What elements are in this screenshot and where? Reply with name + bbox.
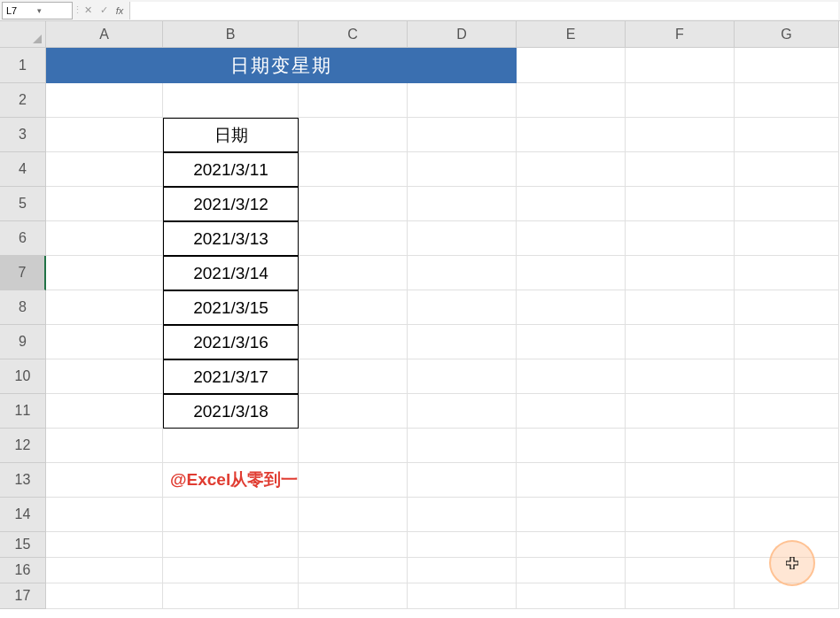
cell-G9[interactable] xyxy=(735,325,839,359)
cell-F14[interactable] xyxy=(626,498,735,532)
date-cell[interactable]: 2021/3/17 xyxy=(163,359,299,394)
cell-D6[interactable] xyxy=(408,221,517,256)
cell-A12[interactable] xyxy=(46,429,163,463)
row-header-16[interactable]: 16 xyxy=(0,558,46,583)
cell-D8[interactable] xyxy=(408,290,517,325)
date-cell[interactable]: 2021/3/14 xyxy=(163,256,299,290)
col-header-D[interactable]: D xyxy=(408,21,517,48)
cell-A2[interactable] xyxy=(46,83,163,118)
cell-A15[interactable] xyxy=(46,532,163,558)
cell-A17[interactable] xyxy=(46,583,163,609)
row-header-14[interactable]: 14 xyxy=(0,498,46,532)
cell-D13[interactable] xyxy=(408,463,517,498)
cell-E9[interactable] xyxy=(517,325,626,359)
cell-A4[interactable] xyxy=(46,152,163,187)
date-cell[interactable]: 2021/3/12 xyxy=(163,187,299,221)
date-cell[interactable]: 2021/3/15 xyxy=(163,290,299,325)
cell-D14[interactable] xyxy=(408,498,517,532)
row-header-4[interactable]: 4 xyxy=(0,152,46,187)
row-header-2[interactable]: 2 xyxy=(0,83,46,118)
cell-E5[interactable] xyxy=(517,187,626,221)
cell-G8[interactable] xyxy=(735,290,839,325)
cell-D4[interactable] xyxy=(408,152,517,187)
row-header-5[interactable]: 5 xyxy=(0,187,46,221)
row-header-11[interactable]: 11 xyxy=(0,394,46,429)
row-header-12[interactable]: 12 xyxy=(0,429,46,463)
cell-F15[interactable] xyxy=(626,532,735,558)
cell-D5[interactable] xyxy=(408,187,517,221)
cell-G5[interactable] xyxy=(735,187,839,221)
cell-A3[interactable] xyxy=(46,118,163,152)
cell-F6[interactable] xyxy=(626,221,735,256)
fx-icon[interactable]: fx xyxy=(112,3,128,19)
cell-B2[interactable] xyxy=(163,83,299,118)
cell-F2[interactable] xyxy=(626,83,735,118)
cell-E16[interactable] xyxy=(517,558,626,583)
cell-G11[interactable] xyxy=(735,394,839,429)
name-box[interactable]: L7 ▾ xyxy=(2,2,73,19)
cell-F7[interactable] xyxy=(626,256,735,290)
cell-D3[interactable] xyxy=(408,118,517,152)
row-header-3[interactable]: 3 xyxy=(0,118,46,152)
cell-F8[interactable] xyxy=(626,290,735,325)
cell-E3[interactable] xyxy=(517,118,626,152)
cell-C13[interactable] xyxy=(299,463,408,498)
cell-C16[interactable] xyxy=(299,558,408,583)
cell-C11[interactable] xyxy=(299,394,408,429)
cell-E8[interactable] xyxy=(517,290,626,325)
cell-G1[interactable] xyxy=(735,48,839,83)
cell-E14[interactable] xyxy=(517,498,626,532)
col-header-C[interactable]: C xyxy=(299,21,408,48)
cell-A7[interactable] xyxy=(46,256,163,290)
cell-D15[interactable] xyxy=(408,532,517,558)
cell-C14[interactable] xyxy=(299,498,408,532)
cell-F16[interactable] xyxy=(626,558,735,583)
date-cell[interactable]: 2021/3/16 xyxy=(163,325,299,359)
cell-A13[interactable] xyxy=(46,463,163,498)
cell-C8[interactable] xyxy=(299,290,408,325)
cell-E15[interactable] xyxy=(517,532,626,558)
col-header-E[interactable]: E xyxy=(517,21,626,48)
cell-F17[interactable] xyxy=(626,583,735,609)
row-header-17[interactable]: 17 xyxy=(0,583,46,609)
chevron-down-icon[interactable]: ▾ xyxy=(37,6,68,15)
cell-D11[interactable] xyxy=(408,394,517,429)
cell-C15[interactable] xyxy=(299,532,408,558)
cell-F3[interactable] xyxy=(626,118,735,152)
cell-D9[interactable] xyxy=(408,325,517,359)
title-cell[interactable]: 日期变星期 xyxy=(46,48,517,83)
date-cell[interactable]: 2021/3/11 xyxy=(163,152,299,187)
formula-input[interactable] xyxy=(129,2,838,19)
date-cell[interactable]: 2021/3/13 xyxy=(163,221,299,256)
row-header-6[interactable]: 6 xyxy=(0,221,46,256)
cell-C2[interactable] xyxy=(299,83,408,118)
cell-B16[interactable] xyxy=(163,558,299,583)
cell-F1[interactable] xyxy=(626,48,735,83)
cell-C3[interactable] xyxy=(299,118,408,152)
cell-C10[interactable] xyxy=(299,359,408,394)
cell-E17[interactable] xyxy=(517,583,626,609)
cell-E2[interactable] xyxy=(517,83,626,118)
cell-G14[interactable] xyxy=(735,498,839,532)
row-header-15[interactable]: 15 xyxy=(0,532,46,558)
cell-G17[interactable] xyxy=(735,583,839,609)
cell-C12[interactable] xyxy=(299,429,408,463)
cell-B17[interactable] xyxy=(163,583,299,609)
cell-C4[interactable] xyxy=(299,152,408,187)
cell-G4[interactable] xyxy=(735,152,839,187)
cell-E6[interactable] xyxy=(517,221,626,256)
row-header-10[interactable]: 10 xyxy=(0,359,46,394)
cell-C17[interactable] xyxy=(299,583,408,609)
cell-E12[interactable] xyxy=(517,429,626,463)
col-header-B[interactable]: B xyxy=(163,21,299,48)
cell-C5[interactable] xyxy=(299,187,408,221)
cell-A16[interactable] xyxy=(46,558,163,583)
cell-G3[interactable] xyxy=(735,118,839,152)
cell-A14[interactable] xyxy=(46,498,163,532)
cell-D2[interactable] xyxy=(408,83,517,118)
cell-F11[interactable] xyxy=(626,394,735,429)
cell-G13[interactable] xyxy=(735,463,839,498)
cell-B12[interactable] xyxy=(163,429,299,463)
cell-F13[interactable] xyxy=(626,463,735,498)
cell-F5[interactable] xyxy=(626,187,735,221)
